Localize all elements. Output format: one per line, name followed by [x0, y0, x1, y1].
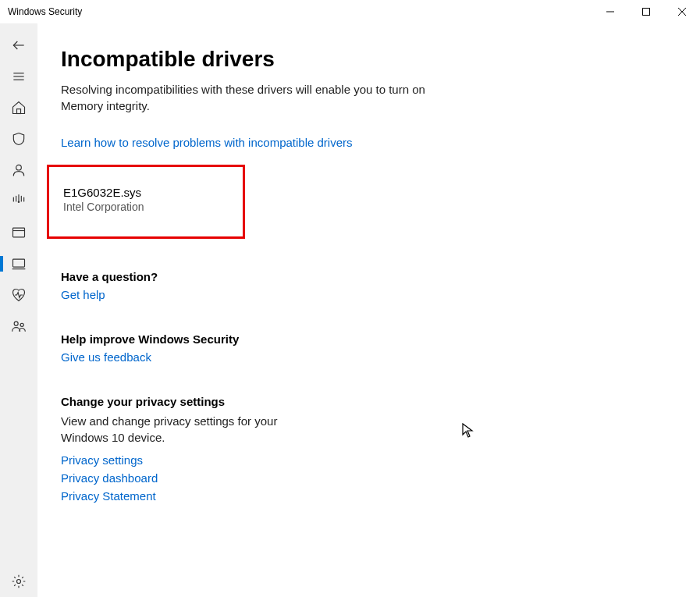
back-button[interactable] [0, 30, 37, 61]
incompatible-driver-item[interactable]: E1G6032E.sys Intel Corporation [47, 165, 245, 239]
svg-point-16 [20, 323, 23, 326]
svg-point-10 [18, 201, 20, 204]
titlebar: Windows Security [0, 0, 700, 23]
privacy-body: View and change privacy settings for you… [61, 413, 311, 446]
svg-rect-8 [17, 109, 21, 114]
family-icon[interactable] [0, 311, 37, 342]
privacy-settings-link[interactable]: Privacy settings [61, 453, 143, 467]
svg-point-15 [14, 322, 18, 325]
learn-link[interactable]: Learn how to resolve problems with incom… [61, 136, 353, 149]
privacy-section: Change your privacy settings View and ch… [61, 395, 311, 507]
home-icon[interactable] [0, 92, 37, 123]
shield-icon[interactable] [0, 123, 37, 155]
menu-button[interactable] [0, 61, 37, 92]
privacy-statement-link[interactable]: Privacy Statement [61, 489, 156, 503]
minimize-button[interactable] [592, 0, 628, 23]
question-section: Have a question? Get help [61, 270, 311, 306]
privacy-dashboard-link[interactable]: Privacy dashboard [61, 471, 158, 485]
svg-point-17 [17, 580, 21, 584]
app-browser-icon[interactable] [0, 217, 37, 248]
firewall-icon[interactable] [0, 186, 37, 217]
feedback-link[interactable]: Give us feedback [61, 350, 151, 364]
device-security-icon[interactable] [0, 248, 37, 279]
get-help-link[interactable]: Get help [61, 288, 105, 301]
question-heading: Have a question? [61, 270, 311, 283]
sidebar [0, 23, 37, 597]
main-content: Incompatible drivers Resolving incompati… [37, 23, 700, 597]
maximize-button[interactable] [628, 0, 664, 23]
device-health-icon[interactable] [0, 279, 37, 311]
driver-vendor: Intel Corporation [63, 201, 229, 213]
settings-icon[interactable] [0, 566, 37, 597]
window-controls [592, 0, 700, 23]
close-button[interactable] [664, 0, 700, 23]
driver-filename: E1G6032E.sys [63, 186, 229, 199]
svg-rect-13 [13, 259, 25, 267]
svg-rect-11 [13, 228, 25, 237]
window-title: Windows Security [8, 6, 82, 17]
page-title: Incompatible drivers [61, 47, 700, 72]
account-icon[interactable] [0, 155, 37, 186]
svg-point-9 [16, 165, 22, 170]
privacy-heading: Change your privacy settings [61, 395, 311, 408]
page-description: Resolving incompatibilities with these d… [61, 81, 467, 114]
svg-rect-1 [643, 9, 650, 16]
improve-heading: Help improve Windows Security [61, 332, 311, 346]
improve-section: Help improve Windows Security Give us fe… [61, 332, 311, 368]
